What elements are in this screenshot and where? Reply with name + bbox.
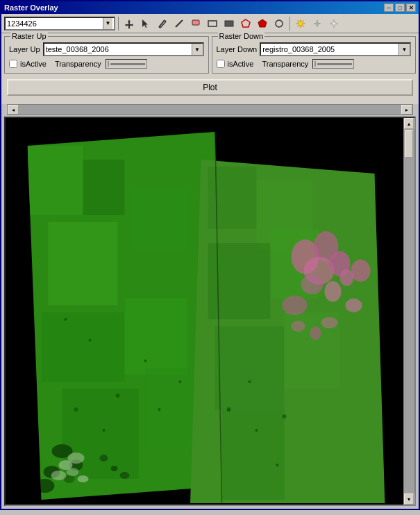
toolbar-separator-1 [118, 17, 119, 31]
toolbar-separator-2 [289, 17, 290, 31]
window-controls: ─ □ ✕ [384, 3, 416, 12]
svg-marker-22 [314, 20, 321, 27]
tool-polygon-btn[interactable] [238, 16, 253, 31]
h-scrollbar-wrapper: ◂ ▸ [1, 104, 419, 117]
raster-up-check-row: isActive Transparency [9, 59, 204, 69]
layer-up-label: Layer Up [9, 45, 40, 53]
image-area-wrapper: ▴ ▾ [4, 117, 416, 506]
tool-sun-btn[interactable] [293, 16, 308, 31]
plot-button[interactable]: Plot [7, 79, 413, 96]
svg-point-13 [299, 22, 303, 26]
svg-rect-9 [225, 21, 233, 26]
svg-marker-24 [331, 21, 337, 26]
raster-row: Raster Up Layer Up teste_00368_2006 ▼ is… [4, 36, 416, 74]
toolbar: ▼ [1, 14, 419, 33]
svg-line-21 [298, 26, 299, 27]
main-window: Raster Overlay ─ □ ✕ ▼ [0, 0, 420, 510]
h-scroll-track[interactable] [19, 105, 401, 115]
svg-marker-11 [258, 19, 267, 27]
raster-up-active-label: isActive [20, 60, 47, 68]
tool-rect-btn[interactable] [205, 16, 220, 31]
title-bar: Raster Overlay ─ □ ✕ [1, 1, 419, 14]
combo-dropdown-arrow[interactable]: ▼ [103, 18, 112, 29]
raster-down-group: Raster Down Layer Down registro_00368_20… [212, 36, 417, 74]
tool-fill-rect-btn[interactable] [221, 16, 237, 31]
layer-up-dropdown[interactable]: teste_00368_2006 ▼ [43, 42, 204, 56]
svg-line-3 [165, 20, 166, 22]
svg-line-20 [303, 20, 304, 22]
right-arrow-icon: ▸ [405, 107, 408, 113]
tool-sparkle2-btn[interactable] [326, 16, 342, 31]
raster-up-transparency-slider[interactable] [106, 59, 147, 69]
svg-line-5 [159, 27, 160, 28]
v-scroll-up-btn[interactable]: ▴ [404, 118, 414, 129]
svg-marker-10 [242, 19, 250, 27]
raster-down-transparency-label: Transparency [262, 60, 308, 68]
raster-down-active-checkbox[interactable] [217, 60, 225, 68]
raster-up-title: Raster Up [10, 32, 48, 40]
tool-pointer-btn[interactable] [138, 16, 153, 31]
plot-row: Plot [4, 76, 416, 99]
raster-up-active-checkbox[interactable] [9, 60, 17, 68]
svg-line-6 [176, 20, 183, 27]
maximize-button[interactable]: □ [395, 3, 405, 12]
raster-down-check-row: isActive Transparency [217, 59, 412, 69]
h-scrollbar: ◂ ▸ [7, 104, 413, 115]
svg-point-12 [276, 20, 283, 27]
h-scroll-left-btn[interactable]: ◂ [8, 105, 19, 115]
up-arrow-icon: ▴ [408, 121, 410, 127]
layer-up-dropdown-arrow[interactable]: ▼ [192, 44, 203, 55]
raster-down-field-row: Layer Down registro_00368_2005 ▼ [217, 42, 412, 56]
svg-rect-86 [180, 118, 403, 503]
layer-down-label: Layer Down [217, 45, 258, 53]
svg-marker-0 [125, 19, 133, 28]
layer-down-dropdown[interactable]: registro_00368_2005 ▼ [260, 42, 411, 56]
tool-eraser-btn[interactable] [188, 16, 203, 31]
raster-up-group: Raster Up Layer Up teste_00368_2006 ▼ is… [4, 36, 209, 74]
tool-circle-btn[interactable] [271, 16, 287, 31]
v-scrollbar: ▴ ▾ [403, 118, 414, 505]
raster-up-field-row: Layer Up teste_00368_2006 ▼ [9, 42, 204, 56]
layer-up-select[interactable]: teste_00368_2006 [44, 44, 192, 55]
layer-down-dropdown-arrow[interactable]: ▼ [398, 44, 410, 55]
down-arrow-icon: ▾ [408, 496, 410, 503]
raster-controls-panel: Raster Up Layer Up teste_00368_2006 ▼ is… [1, 33, 419, 104]
h-scroll-right-btn[interactable]: ▸ [401, 105, 412, 115]
tool-sparkle1-btn[interactable] [310, 16, 325, 31]
svg-marker-1 [142, 19, 148, 28]
tool-fill-polygon-btn[interactable] [255, 16, 270, 31]
svg-line-19 [303, 26, 304, 27]
satellite-image-svg [6, 118, 403, 503]
tool-pencil-btn[interactable] [155, 16, 170, 31]
toolbar-combo-input[interactable] [7, 19, 103, 28]
raster-down-transparency-slider[interactable] [312, 59, 354, 69]
plot-button-label: Plot [203, 83, 217, 92]
raster-down-title: Raster Down [218, 32, 265, 40]
layer-down-select[interactable]: registro_00368_2005 [261, 44, 398, 55]
toolbar-combo[interactable]: ▼ [4, 17, 115, 31]
image-canvas [6, 118, 403, 505]
close-button[interactable]: ✕ [406, 3, 416, 12]
window-title: Raster Overlay [4, 3, 58, 12]
v-scroll-thumb[interactable] [405, 130, 413, 158]
tool-line-btn[interactable] [171, 16, 187, 31]
tool-move-btn[interactable] [121, 16, 137, 31]
minimize-button[interactable]: ─ [384, 3, 394, 12]
raster-down-active-label: isActive [228, 60, 254, 68]
v-scroll-track[interactable] [404, 129, 414, 493]
svg-rect-7 [192, 20, 199, 25]
left-arrow-icon: ◂ [12, 107, 15, 113]
svg-rect-8 [208, 21, 217, 26]
v-scroll-down-btn[interactable]: ▾ [404, 493, 414, 505]
svg-line-18 [298, 20, 299, 22]
right-raster-layer [180, 118, 403, 503]
raster-up-transparency-label: Transparency [55, 60, 101, 68]
